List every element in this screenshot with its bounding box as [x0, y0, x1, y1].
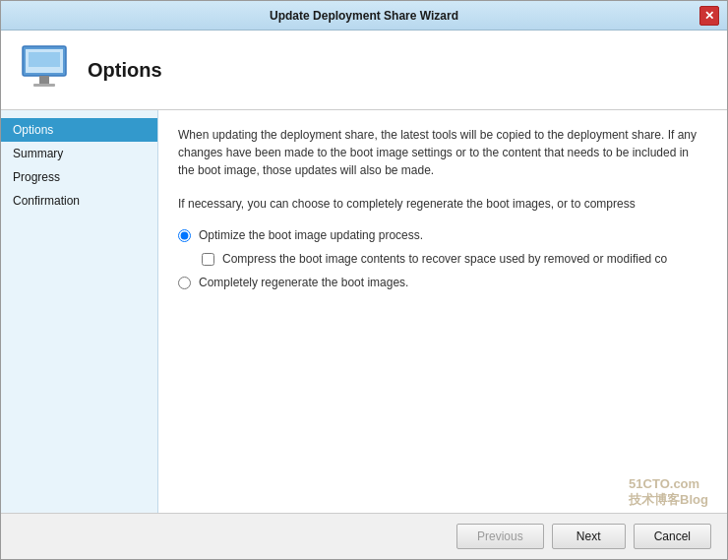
optimize-radio[interactable]	[178, 229, 191, 242]
options-section: Optimize the boot image updating process…	[178, 228, 707, 289]
sidebar-item-confirmation[interactable]: Confirmation	[1, 189, 157, 213]
wizard-window: Update Deployment Share Wizard ✕ Options…	[0, 0, 728, 560]
sidebar: Options Summary Progress Confirmation	[1, 110, 158, 513]
window-title: Update Deployment Share Wizard	[29, 9, 699, 23]
compress-option: Compress the boot image contents to reco…	[202, 252, 707, 266]
title-bar: Update Deployment Share Wizard ✕	[1, 1, 727, 31]
regenerate-radio[interactable]	[178, 277, 191, 289]
main-panel: When updating the deployment share, the …	[158, 110, 727, 513]
header-area: Options	[1, 31, 727, 110]
compress-checkbox[interactable]	[202, 253, 214, 266]
page-heading: Options	[88, 59, 162, 82]
description-text-2: If necessary, you can choose to complete…	[178, 195, 707, 213]
content-area: Options Summary Progress Confirmation Wh…	[1, 110, 727, 513]
svg-rect-4	[29, 52, 60, 67]
svg-rect-2	[39, 76, 49, 84]
sidebar-item-options[interactable]: Options	[1, 118, 157, 142]
sidebar-item-progress[interactable]: Progress	[1, 165, 157, 189]
svg-rect-3	[33, 84, 55, 87]
close-button[interactable]: ✕	[699, 6, 719, 26]
optimize-option: Optimize the boot image updating process…	[178, 228, 707, 242]
previous-button[interactable]: Previous	[456, 524, 544, 549]
sidebar-item-summary[interactable]: Summary	[1, 142, 157, 165]
compress-label[interactable]: Compress the boot image contents to reco…	[222, 252, 667, 266]
regenerate-label[interactable]: Completely regenerate the boot images.	[199, 276, 408, 289]
next-button[interactable]: Next	[552, 524, 626, 549]
computer-icon	[17, 42, 72, 97]
regenerate-option: Completely regenerate the boot images.	[178, 276, 707, 289]
cancel-button[interactable]: Cancel	[634, 524, 711, 549]
footer-area: Previous Next Cancel	[1, 513, 727, 559]
description-text-1: When updating the deployment share, the …	[178, 126, 707, 179]
optimize-label[interactable]: Optimize the boot image updating process…	[199, 228, 423, 242]
